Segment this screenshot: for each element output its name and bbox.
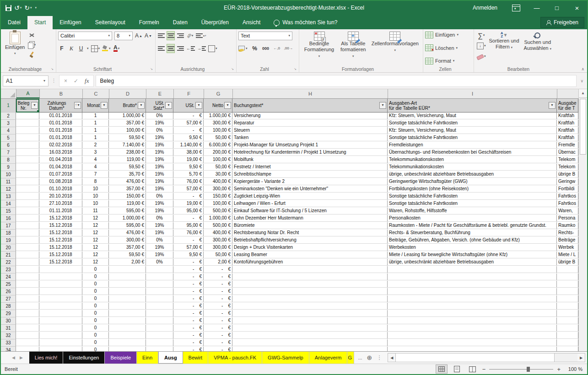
cell-B4[interactable]: 01.01.2018: [39, 127, 82, 134]
row-header-2[interactable]: 2: [1, 112, 16, 120]
row-header-34[interactable]: 34: [1, 347, 16, 351]
paste-button[interactable]: Einfügen▾: [3, 31, 27, 57]
cell-H8[interactable]: Mobilfunk: [232, 156, 388, 163]
cell-B5[interactable]: 01.01.2018: [39, 134, 82, 141]
cell-E29[interactable]: [146, 310, 173, 317]
column-header-E[interactable]: E: [146, 89, 174, 98]
sheet-tab-overflow[interactable]: ...: [358, 355, 362, 360]
sign-in-button[interactable]: Anmelden: [464, 5, 506, 11]
bold-button[interactable]: F: [58, 44, 65, 53]
cell-E34[interactable]: [146, 347, 173, 351]
cell-I6[interactable]: Fremdleistungen: [388, 142, 557, 149]
sheet-tab-gwg-sammelp[interactable]: GWG-Sammelp: [262, 352, 309, 364]
cell-F28[interactable]: - €: [173, 303, 204, 310]
cell-A9[interactable]: [16, 164, 39, 171]
column-header-B[interactable]: B: [40, 89, 83, 98]
cell-F33[interactable]: - €: [173, 339, 204, 346]
row-header-24[interactable]: 24: [1, 273, 16, 281]
cell-A23[interactable]: [16, 266, 39, 273]
cell-A18[interactable]: [16, 230, 39, 236]
cell-I22[interactable]: übrige, unbeschränkt abziehbare Betriebs…: [388, 259, 557, 266]
cell-A19[interactable]: [16, 237, 39, 244]
cell-G21[interactable]: 50,00 €: [204, 252, 232, 258]
cell-E6[interactable]: 19%: [146, 142, 173, 149]
cell-D1[interactable]: Brutto*▼: [109, 99, 146, 112]
cell-G25[interactable]: - €: [204, 281, 232, 288]
cell-F2[interactable]: - €: [173, 112, 204, 119]
cell-E4[interactable]: 0%: [146, 127, 173, 134]
cell-H19[interactable]: Betriebshaftpflichtversicherung: [232, 237, 388, 244]
cell-E15[interactable]: 19%: [146, 208, 173, 214]
shrink-font-button[interactable]: A▼: [145, 32, 152, 40]
cell-D9[interactable]: 59,50 €: [109, 164, 146, 171]
cell-D13[interactable]: 150,00 €: [109, 193, 146, 200]
alignment-dialog-launcher[interactable]: ↘: [231, 67, 235, 71]
format-as-table-button[interactable]: Als Tabelleformatieren ▾: [337, 31, 369, 60]
cell-B14[interactable]: 27.10.2018: [39, 200, 82, 207]
cell-C1[interactable]: Monat▼: [82, 99, 109, 112]
cell-F19[interactable]: - €: [173, 237, 204, 244]
cell-I23[interactable]: [388, 266, 557, 273]
ribbon-tab-seitenlayout[interactable]: Seitenlayout: [88, 16, 132, 29]
align-middle-button[interactable]: [167, 32, 174, 40]
cell-E25[interactable]: [146, 281, 173, 288]
close-button[interactable]: ×: [567, 1, 587, 15]
cell-B27[interactable]: [39, 295, 82, 302]
maximize-button[interactable]: □: [547, 1, 567, 15]
cell-I15[interactable]: Waren, Rohstoffe, Hilfsstoffe: [388, 208, 557, 214]
cell-H16[interactable]: Lohn Dezember Herr Mustermann: [232, 215, 388, 222]
ribbon-display-options-icon[interactable]: [512, 5, 520, 11]
cell-E2[interactable]: 0%: [146, 112, 173, 119]
cell-G9[interactable]: 50,00 €: [204, 164, 232, 171]
cell-J14[interactable]: Fahrtkos: [557, 200, 578, 207]
cell-F25[interactable]: - €: [173, 281, 204, 288]
cell-H13[interactable]: Zugticket Leipzig-Wien: [232, 193, 388, 200]
cell-I12[interactable]: Fortbildungskosten (ohne Reisekosten): [388, 186, 557, 193]
cell-D28[interactable]: [109, 303, 146, 310]
cell-A25[interactable]: [16, 281, 39, 288]
row-header-29[interactable]: 29: [1, 310, 16, 317]
cell-D20[interactable]: 357,00 €: [109, 244, 146, 251]
row-header-31[interactable]: 31: [1, 325, 16, 332]
row-header-20[interactable]: 20: [1, 244, 16, 252]
row-header-17[interactable]: 17: [1, 222, 16, 230]
cell-D17[interactable]: 595,00 €: [109, 222, 146, 229]
cell-D34[interactable]: [109, 347, 146, 351]
cell-J20[interactable]: Werbek: [557, 244, 578, 251]
cell-I25[interactable]: [388, 281, 557, 288]
cell-H32[interactable]: [232, 332, 388, 339]
cell-F29[interactable]: - €: [173, 310, 204, 317]
cell-E20[interactable]: 19%: [146, 244, 173, 251]
sheet-tab-anlageverm[interactable]: Anlageverm: [309, 352, 348, 364]
cell-J28[interactable]: [557, 303, 578, 310]
cell-D15[interactable]: 595,00 €: [109, 208, 146, 214]
cell-F14[interactable]: 19,00 €: [173, 200, 204, 207]
cell-H1[interactable]: Buchungstext*▼: [232, 99, 388, 112]
cell-J24[interactable]: [557, 273, 578, 280]
cell-I34[interactable]: [388, 347, 557, 351]
cell-E19[interactable]: 0%: [146, 237, 173, 244]
cell-C17[interactable]: 12: [82, 222, 109, 229]
cell-D33[interactable]: [109, 339, 146, 346]
cell-D8[interactable]: 119,00 €: [109, 156, 146, 163]
cell-J16[interactable]: Persona: [557, 215, 578, 222]
row-header-4[interactable]: 4: [1, 127, 16, 134]
decrease-indent-button[interactable]: ←: [186, 44, 195, 53]
name-box[interactable]: A1▾: [3, 75, 49, 86]
cell-J9[interactable]: Telekom: [557, 164, 578, 171]
conditional-formatting-button[interactable]: BedingteFormatierung ▾: [301, 31, 337, 60]
cell-J1[interactable]: Ausgabefür die T: [557, 99, 578, 112]
cell-F18[interactable]: 76,00 €: [173, 230, 204, 236]
cell-G31[interactable]: - €: [204, 325, 232, 332]
cell-J11[interactable]: Geringw: [557, 178, 578, 185]
decrease-decimal-button[interactable]: ,00→: [284, 44, 293, 53]
cell-C27[interactable]: 0: [82, 295, 109, 302]
cell-E24[interactable]: [146, 273, 173, 280]
cell-G5[interactable]: 50,00 €: [204, 134, 232, 141]
cell-G2[interactable]: 1.000,00 €: [204, 112, 232, 119]
sheet-tab-vpma-pausch-fk[interactable]: VPMA - pausch.FK: [208, 352, 262, 364]
cell-I2[interactable]: Kfz: Steuern, Versicherung, Maut: [388, 112, 557, 119]
cell-A4[interactable]: [16, 127, 39, 134]
align-center-button[interactable]: [167, 44, 174, 53]
filter-button-C[interactable]: ▼: [101, 102, 108, 109]
